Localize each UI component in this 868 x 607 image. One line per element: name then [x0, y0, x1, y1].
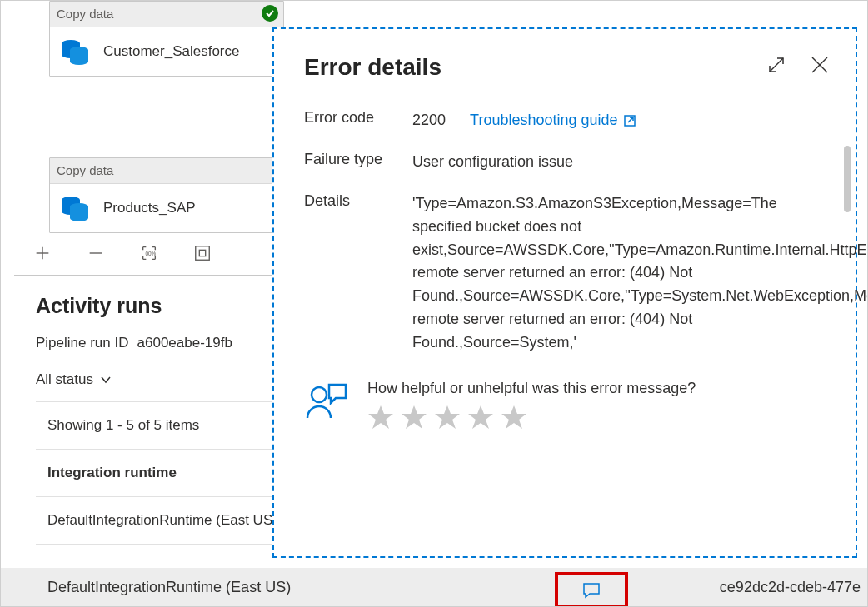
- svg-line-10: [770, 58, 783, 72]
- left-column: Copy data Customer_Salesforce Copy data: [1, 1, 301, 606]
- activity-runs-panel: Activity runs Pipeline run ID a600eabe-1…: [36, 294, 286, 545]
- failure-type-row: Failure type User configuration issue: [304, 151, 831, 174]
- integration-runtime-header: Integration runtime: [36, 450, 286, 497]
- zoom-fit-button[interactable]: [192, 243, 212, 263]
- error-code-value: 2200: [412, 112, 446, 128]
- failure-type-value: User configuration issue: [412, 151, 573, 174]
- expand-icon[interactable]: [766, 54, 787, 76]
- details-value: 'Type=Amazon.S3.AmazonS3Exception,Messag…: [412, 192, 821, 355]
- star-rating: [367, 404, 696, 430]
- error-code-label: Error code: [304, 109, 412, 127]
- status-filter-dropdown[interactable]: All status: [36, 371, 286, 402]
- error-code-row: Error code 2200 Troubleshooting guide: [304, 109, 831, 132]
- pipeline-run-id-row: Pipeline run ID a600eabe-19fb: [36, 335, 286, 351]
- activity-card-header: Copy data: [50, 2, 283, 27]
- activity-type-label: Copy data: [57, 7, 113, 21]
- close-icon[interactable]: [809, 54, 831, 76]
- pipeline-run-id-value: a600eabe-19fb: [137, 335, 232, 351]
- troubleshooting-guide-link[interactable]: Troubleshooting guide: [470, 109, 636, 132]
- zoom-in-button[interactable]: [32, 243, 52, 263]
- selected-activity-row[interactable]: DefaultIntegrationRuntime (East US) ce92…: [1, 568, 867, 606]
- database-icon: [58, 35, 92, 68]
- error-message-icon-highlight: [555, 572, 628, 607]
- troubleshooting-guide-label: Troubleshooting guide: [470, 109, 617, 132]
- zoom-100-button[interactable]: 00%: [139, 243, 159, 263]
- activity-card-products[interactable]: Copy data Products_SAP: [49, 157, 284, 233]
- details-row: Details 'Type=Amazon.S3.AmazonS3Exceptio…: [304, 192, 831, 355]
- star-1[interactable]: [367, 404, 394, 430]
- feedback-question: How helpful or unhelpful was this error …: [367, 380, 696, 397]
- activity-name: Customer_Salesforce: [103, 43, 239, 60]
- runtime-row[interactable]: DefaultIntegrationRuntime (East US): [36, 497, 286, 545]
- scrollbar-thumb[interactable]: [844, 146, 851, 212]
- svg-text:00%: 00%: [145, 251, 156, 256]
- error-fields: Error code 2200 Troubleshooting guide Fa…: [304, 109, 831, 355]
- details-label: Details: [304, 192, 412, 210]
- showing-count: Showing 1 - 5 of 5 items: [36, 402, 286, 450]
- error-details-popover: Error details Error code 2200 Troublesho…: [272, 27, 857, 558]
- pipeline-run-id-label: Pipeline run ID: [36, 335, 129, 351]
- star-5[interactable]: [501, 404, 527, 430]
- star-3[interactable]: [434, 404, 461, 430]
- svg-rect-8: [196, 246, 210, 261]
- app-frame: Copy data Customer_Salesforce Copy data: [0, 0, 868, 607]
- chat-bubble-icon[interactable]: [581, 580, 601, 600]
- star-2[interactable]: [401, 404, 427, 430]
- chevron-down-icon: [100, 374, 112, 386]
- activity-type-label: Copy data: [57, 163, 113, 177]
- success-status-icon: [262, 5, 278, 22]
- external-link-icon: [623, 114, 636, 127]
- zoom-out-button[interactable]: [86, 243, 106, 263]
- star-4[interactable]: [467, 404, 494, 430]
- selected-runtime-name: DefaultIntegrationRuntime (East US): [1, 579, 291, 596]
- svg-rect-9: [199, 250, 205, 256]
- activity-run-id: ce92dc2d-cdeb-477e: [720, 579, 861, 596]
- status-filter-label: All status: [36, 371, 93, 388]
- activity-card-header: Copy data: [50, 158, 283, 184]
- svg-point-14: [312, 387, 327, 402]
- activity-name: Products_SAP: [103, 200, 196, 216]
- canvas-toolbar: 00%: [14, 231, 299, 276]
- activity-card-customer[interactable]: Copy data Customer_Salesforce: [49, 1, 284, 77]
- database-icon: [58, 192, 92, 225]
- popover-title: Error details: [304, 54, 441, 81]
- feedback-section: How helpful or unhelpful was this error …: [304, 380, 831, 430]
- feedback-person-icon: [304, 380, 349, 420]
- failure-type-label: Failure type: [304, 151, 412, 168]
- activity-runs-heading: Activity runs: [36, 294, 286, 318]
